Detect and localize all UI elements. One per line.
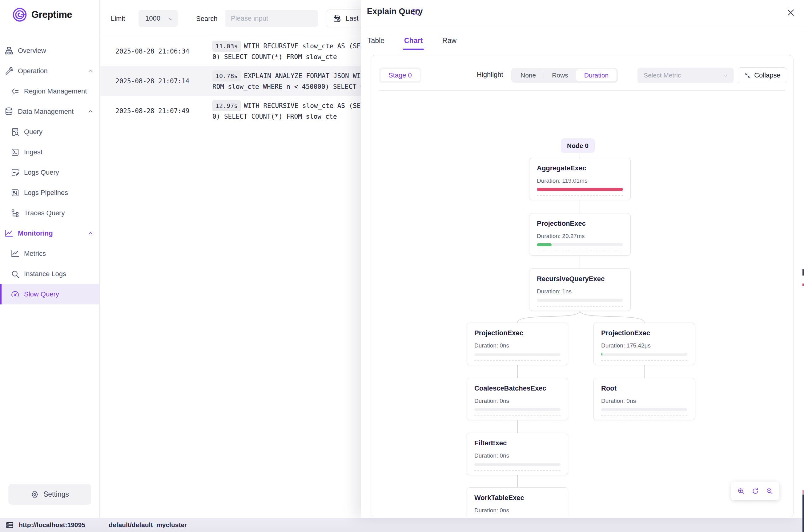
- plan-node-projection-exec-right[interactable]: ProjectionExec Duration: 175.42μs: [593, 323, 695, 365]
- database-cluster[interactable]: default/default_mycluster: [109, 521, 187, 529]
- node-title: Root: [601, 384, 687, 393]
- tab-raw[interactable]: Raw: [442, 35, 457, 47]
- sidebar-item-label: Instance Logs: [24, 270, 66, 278]
- sidebar-item-label: Query: [24, 128, 42, 136]
- sidebar-section-operation[interactable]: Operation: [0, 61, 99, 81]
- duration-bar: [537, 243, 623, 246]
- sidebar-item-label: Slow Query: [24, 290, 59, 298]
- node-duration: Duration: 0ns: [474, 398, 561, 404]
- sidebar: Greptime Overview Operation Region Manag…: [0, 0, 100, 518]
- plan-node-work-table-exec[interactable]: WorkTableExec Duration: 0ns: [467, 488, 568, 517]
- node-duration: Duration: 20.27ms: [537, 233, 623, 240]
- zoom-controls: [731, 481, 779, 500]
- calendar-clock-icon: [333, 14, 341, 23]
- query-text-line1: WITH RECURSIVE slow_cte AS (SELE: [244, 42, 368, 50]
- logo-text: Greptime: [31, 9, 72, 20]
- sidebar-item-overview[interactable]: Overview: [0, 41, 99, 61]
- explain-query-panel: Explain Query Table Chart Raw Stage 0 Hi…: [361, 0, 804, 518]
- sidebar-item-metrics[interactable]: Metrics: [0, 244, 99, 264]
- sidebar-item-instance-logs[interactable]: Instance Logs: [0, 264, 99, 284]
- limit-select[interactable]: 1000: [139, 10, 178, 27]
- node-title: ProjectionExec: [537, 220, 623, 228]
- logs-query-icon: [11, 168, 20, 177]
- node-title: AggregateExec: [537, 164, 623, 172]
- greptime-logo: Greptime: [0, 0, 99, 23]
- sidebar-item-slow-query[interactable]: Slow Query: [0, 284, 99, 304]
- node-title: RecursiveQueryExec: [537, 275, 623, 283]
- minimap-mark: [802, 284, 804, 286]
- plan-node-projection-exec-left[interactable]: ProjectionExec Duration: 0ns: [467, 323, 568, 365]
- tab-table[interactable]: Table: [367, 35, 385, 47]
- row-timestamp: 2025-08-28 21:06:34: [115, 48, 192, 55]
- duration-bar: [601, 408, 687, 411]
- divider: [537, 306, 623, 307]
- fullscreen-icon[interactable]: [412, 8, 420, 16]
- right-edge-minimap: [802, 0, 804, 532]
- sidebar-item-label: Logs Query: [24, 169, 59, 176]
- node-duration: Duration: 0ns: [474, 452, 561, 459]
- chevron-up-icon: [87, 68, 94, 74]
- node-title: WorkTableExec: [474, 494, 561, 502]
- settings-label: Settings: [43, 490, 69, 498]
- plan-node-root[interactable]: Root Duration: 0ns: [593, 378, 695, 420]
- divider: [537, 195, 623, 196]
- sidebar-item-label: Region Management: [24, 87, 87, 95]
- divider: [601, 360, 687, 361]
- panel-tabs: Table Chart Raw: [361, 26, 804, 55]
- plan-node-recursive-query-exec[interactable]: RecursiveQueryExec Duration: 1ns: [529, 268, 631, 311]
- ingest-icon: [11, 148, 20, 157]
- traces-query-icon: [11, 209, 20, 218]
- query-text-line1: WITH RECURSIVE slow_cte AS (SELE: [244, 102, 368, 110]
- reset-view-icon[interactable]: [752, 488, 759, 495]
- chevron-up-icon: [87, 230, 94, 237]
- sidebar-item-label: Overview: [18, 47, 46, 55]
- metrics-icon: [11, 249, 20, 258]
- settings-button[interactable]: Settings: [8, 484, 91, 505]
- monitoring-icon: [4, 229, 14, 238]
- sidebar-item-label: Metrics: [24, 250, 46, 258]
- sidebar-item-label: Ingest: [24, 148, 42, 156]
- time-range-label: Last: [346, 15, 359, 22]
- sidebar-item-logs-pipelines[interactable]: Logs Pipelines: [0, 183, 99, 203]
- slow-query-icon: [11, 290, 20, 299]
- plan-node-projection-exec[interactable]: ProjectionExec Duration: 20.27ms: [529, 213, 631, 255]
- sidebar-nav: Overview Operation Region Management Dat…: [0, 41, 99, 304]
- search-input[interactable]: [225, 10, 318, 27]
- chevron-down-icon: [168, 16, 173, 21]
- sidebar-section-monitoring[interactable]: Monitoring: [0, 223, 99, 244]
- tab-chart[interactable]: Chart: [404, 35, 423, 47]
- region-management-icon: [11, 87, 20, 96]
- search-label: Search: [196, 15, 218, 23]
- limit-value: 1000: [145, 15, 160, 22]
- gear-icon: [31, 490, 39, 499]
- app-window: Greptime Overview Operation Region Manag…: [0, 0, 804, 532]
- sidebar-item-label: Logs Pipelines: [24, 189, 68, 197]
- node-duration: Duration: 119.01ms: [537, 177, 623, 184]
- zoom-in-icon[interactable]: [737, 488, 745, 495]
- query-text-line2: ROM slow_cte WHERE n < 450000) SELECT CO: [213, 83, 368, 90]
- sidebar-item-query[interactable]: Query: [0, 122, 99, 142]
- plan-node-filter-exec[interactable]: FilterExec Duration: 0ns: [467, 433, 568, 475]
- minimap-mark: [802, 269, 804, 276]
- sidebar-item-label: Monitoring: [18, 229, 53, 238]
- divider: [601, 415, 687, 416]
- sidebar-item-logs-query[interactable]: Logs Query: [0, 163, 99, 183]
- duration-bar: [474, 408, 561, 411]
- sidebar-item-traces-query[interactable]: Traces Query: [0, 203, 99, 223]
- plan-node-aggregate-exec[interactable]: AggregateExec Duration: 119.01ms: [529, 158, 631, 200]
- node-0-badge: Node 0: [561, 138, 595, 153]
- sidebar-item-ingest[interactable]: Ingest: [0, 142, 99, 163]
- sidebar-item-region-management[interactable]: Region Management: [0, 81, 99, 101]
- node-title: ProjectionExec: [601, 329, 687, 337]
- status-bar: http://localhost:19095 default/default_m…: [0, 518, 804, 532]
- close-icon[interactable]: [786, 8, 796, 17]
- panel-header: Explain Query: [361, 0, 804, 26]
- plan-node-coalesce-batches-exec[interactable]: CoalesceBatchesExec Duration: 0ns: [467, 378, 568, 420]
- row-timestamp: 2025-08-28 21:07:49: [115, 107, 192, 115]
- zoom-out-icon[interactable]: [766, 488, 773, 495]
- endpoint-url[interactable]: http://localhost:19095: [19, 521, 85, 529]
- node-duration: Duration: 0ns: [601, 398, 687, 404]
- sidebar-section-data-management[interactable]: Data Management: [0, 101, 99, 122]
- duration-bar: [537, 299, 623, 302]
- plan-tree-canvas[interactable]: Node 0 AggregateExec Duration: 119.01ms …: [371, 91, 793, 517]
